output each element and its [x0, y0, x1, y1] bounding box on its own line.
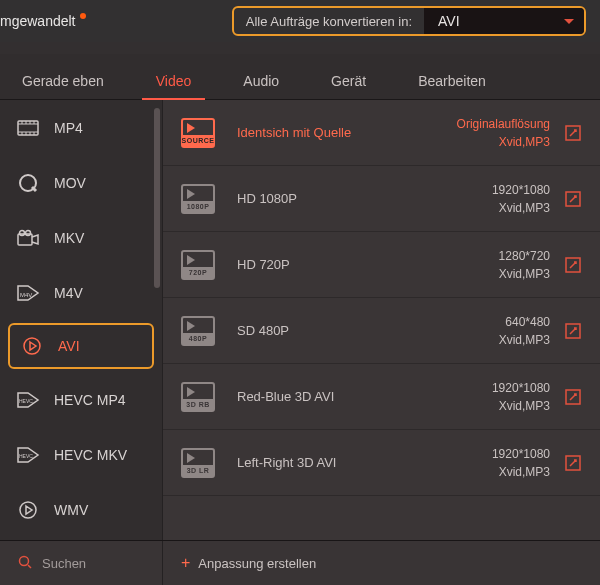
- edit-preset-button[interactable]: [564, 454, 582, 472]
- preset-title: SD 480P: [237, 323, 499, 338]
- preset-thumb-icon: 480P: [181, 316, 215, 346]
- svg-point-26: [20, 556, 29, 565]
- format-mov[interactable]: MOV: [0, 155, 162, 210]
- preset-title: HD 720P: [237, 257, 499, 272]
- category-tabs: Gerade eben Video Audio Gerät Bearbeiten: [0, 54, 600, 100]
- tab-label: Gerät: [331, 73, 366, 89]
- format-m4v[interactable]: M4V M4V: [0, 265, 162, 320]
- caret-down-icon: [564, 19, 574, 24]
- convert-all-select[interactable]: AVI: [424, 7, 584, 35]
- convert-all-label: Alle Aufträge konvertieren in:: [234, 14, 424, 29]
- create-custom-label: Anpassung erstellen: [198, 556, 316, 571]
- preset-codec: Xvid,MP3: [499, 331, 550, 349]
- create-custom-button[interactable]: + Anpassung erstellen: [163, 554, 316, 572]
- tab-edit[interactable]: Bearbeiten: [410, 73, 494, 99]
- edit-preset-button[interactable]: [564, 256, 582, 274]
- preset-thumb-label: 3D RB: [183, 399, 213, 410]
- preset-thumb-label: SOURCE: [183, 135, 213, 146]
- format-mp4[interactable]: MP4: [0, 100, 162, 155]
- tab-label: Audio: [243, 73, 279, 89]
- play-circle-icon: [16, 500, 40, 520]
- convert-all-control[interactable]: Alle Aufträge konvertieren in: AVI: [232, 6, 586, 36]
- edit-preset-button[interactable]: [564, 190, 582, 208]
- plus-icon: +: [181, 554, 190, 572]
- preset-row-1080p[interactable]: 1080P HD 1080P 1920*1080 Xvid,MP3: [163, 166, 600, 232]
- tab-label: Video: [156, 73, 192, 89]
- top-status-text: mgewandelt: [0, 13, 76, 29]
- preset-row-3d-rb[interactable]: 3D RB Red-Blue 3D AVI 1920*1080 Xvid,MP3: [163, 364, 600, 430]
- preset-codec: Xvid,MP3: [457, 133, 550, 151]
- preset-resolution: 1920*1080: [492, 379, 550, 397]
- preset-thumb-label: 3D LR: [183, 465, 213, 476]
- preset-meta: 1920*1080 Xvid,MP3: [492, 445, 550, 481]
- preset-resolution: 1920*1080: [492, 181, 550, 199]
- svg-point-19: [20, 502, 36, 518]
- svg-point-16: [24, 338, 40, 354]
- search-input[interactable]: Suchen: [0, 541, 163, 585]
- edit-preset-button[interactable]: [564, 322, 582, 340]
- format-avi[interactable]: AVI: [8, 323, 154, 369]
- svg-text:HEVC: HEVC: [19, 398, 33, 404]
- preset-codec: Xvid,MP3: [499, 265, 550, 283]
- preset-list: SOURCE Identsich mit Quelle Originalaufl…: [163, 100, 600, 540]
- preset-codec: Xvid,MP3: [492, 199, 550, 217]
- tab-recent[interactable]: Gerade eben: [14, 73, 112, 99]
- preset-meta: Originalauflösung Xvid,MP3: [457, 115, 550, 151]
- svg-text:HEVC: HEVC: [19, 453, 33, 459]
- tab-video[interactable]: Video: [148, 73, 200, 99]
- preset-row-source[interactable]: SOURCE Identsich mit Quelle Originalaufl…: [163, 100, 600, 166]
- format-label: MP4: [54, 120, 83, 136]
- film-icon: [16, 118, 40, 138]
- preset-title: Identsich mit Quelle: [237, 125, 457, 140]
- format-label: M4V: [54, 285, 83, 301]
- format-label: HEVC MKV: [54, 447, 127, 463]
- preset-resolution: 640*480: [499, 313, 550, 331]
- svg-point-13: [20, 230, 25, 235]
- footer: Suchen + Anpassung erstellen: [0, 540, 600, 585]
- svg-rect-0: [18, 121, 38, 135]
- edit-preset-button[interactable]: [564, 388, 582, 406]
- preset-codec: Xvid,MP3: [492, 397, 550, 415]
- hevc-icon: HEVC: [16, 390, 40, 410]
- preset-thumb-label: 720P: [183, 267, 213, 278]
- svg-point-14: [26, 230, 31, 235]
- m4v-icon: M4V: [16, 283, 40, 303]
- preset-meta: 1280*720 Xvid,MP3: [499, 247, 550, 283]
- svg-line-27: [28, 565, 31, 568]
- format-hevc-mp4[interactable]: HEVC HEVC MP4: [0, 372, 162, 427]
- preset-row-3d-lr[interactable]: 3D LR Left-Right 3D AVI 1920*1080 Xvid,M…: [163, 430, 600, 496]
- status-dot-icon: [80, 13, 86, 19]
- tab-audio[interactable]: Audio: [235, 73, 287, 99]
- search-placeholder: Suchen: [42, 556, 86, 571]
- preset-thumb-label: 1080P: [183, 201, 213, 212]
- svg-text:M4V: M4V: [20, 292, 32, 298]
- hevc-icon: HEVC: [16, 445, 40, 465]
- convert-all-value: AVI: [438, 13, 460, 29]
- preset-title: Left-Right 3D AVI: [237, 455, 492, 470]
- tab-label: Bearbeiten: [418, 73, 486, 89]
- format-mkv[interactable]: MKV: [0, 210, 162, 265]
- preset-thumb-label: 480P: [183, 333, 213, 344]
- format-label: AVI: [58, 338, 80, 354]
- preset-thumb-icon: 1080P: [181, 184, 215, 214]
- format-label: HEVC MP4: [54, 392, 126, 408]
- edit-preset-button[interactable]: [564, 124, 582, 142]
- tab-device[interactable]: Gerät: [323, 73, 374, 99]
- preset-row-480p[interactable]: 480P SD 480P 640*480 Xvid,MP3: [163, 298, 600, 364]
- format-wmv[interactable]: WMV: [0, 482, 162, 537]
- format-label: MOV: [54, 175, 86, 191]
- body: MP4 MOV MKV M4V M4V AVI: [0, 100, 600, 540]
- preset-thumb-icon: 720P: [181, 250, 215, 280]
- preset-thumb-icon: 3D RB: [181, 382, 215, 412]
- top-status: mgewandelt: [0, 13, 86, 29]
- preset-title: HD 1080P: [237, 191, 492, 206]
- preset-thumb-icon: SOURCE: [181, 118, 215, 148]
- search-icon: [18, 555, 32, 572]
- preset-row-720p[interactable]: 720P HD 720P 1280*720 Xvid,MP3: [163, 232, 600, 298]
- format-label: WMV: [54, 502, 88, 518]
- format-hevc-mkv[interactable]: HEVC HEVC MKV: [0, 427, 162, 482]
- sidebar-scrollbar[interactable]: [154, 108, 160, 288]
- tab-label: Gerade eben: [22, 73, 104, 89]
- play-circle-icon: [20, 336, 44, 356]
- format-label: MKV: [54, 230, 84, 246]
